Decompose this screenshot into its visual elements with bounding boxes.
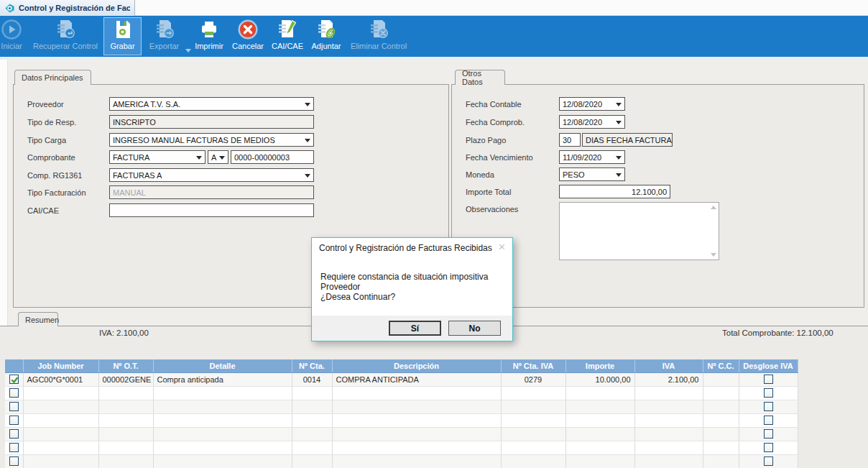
- observaciones-textarea[interactable]: [559, 202, 719, 260]
- chevron-down-icon: [305, 139, 310, 142]
- fecha-contable-select[interactable]: 12/08/2020: [559, 97, 625, 111]
- col-select[interactable]: [5, 359, 23, 372]
- grabar-button[interactable]: Grabar: [103, 17, 142, 55]
- row-checkbox[interactable]: [9, 456, 19, 466]
- cai-cae-label: CAI/CAE: [272, 42, 303, 50]
- document-tabstrip: Control y Registración de Factura...: [0, 0, 868, 16]
- close-icon[interactable]: ✕: [498, 242, 506, 252]
- col-ot[interactable]: Nº O.T.: [98, 359, 153, 372]
- table-row-empty[interactable]: [5, 441, 798, 454]
- chevron-down-icon: [196, 156, 202, 160]
- scroll-up-icon[interactable]: [711, 206, 716, 209]
- scroll-down-icon[interactable]: [711, 253, 716, 257]
- col-desglose-iva[interactable]: Desglose IVA: [739, 359, 798, 372]
- play-circle-icon: [0, 18, 23, 41]
- row-checkbox[interactable]: [9, 416, 19, 425]
- adjuntar-button[interactable]: Adjuntar: [307, 17, 346, 55]
- col-cc[interactable]: Nº C.C.: [703, 359, 739, 372]
- tab-datos-principales[interactable]: Datos Principales: [14, 70, 91, 85]
- col-job-number[interactable]: Job Number: [23, 359, 98, 372]
- table-row-empty[interactable]: [5, 427, 798, 441]
- moneda-select[interactable]: PESO: [559, 168, 625, 181]
- col-detalle[interactable]: Detalle: [153, 359, 292, 372]
- imprimir-button[interactable]: Imprimir: [190, 17, 228, 55]
- tipo-resp-field: INSCRIPTO: [109, 115, 314, 129]
- table-row-empty[interactable]: [5, 400, 798, 413]
- iniciar-button[interactable]: Iniciar: [0, 17, 27, 55]
- cell-detalle: Compra anticipada: [153, 372, 292, 386]
- cai-cae-input[interactable]: [109, 203, 314, 217]
- dialog-title: Control y Registración de Facturas Recib…: [319, 243, 492, 253]
- plazo-pago-tipo-field: DIAS FECHA FACTURA: [582, 133, 673, 147]
- desglose-checkbox[interactable]: [764, 388, 773, 398]
- tab-otros-datos-label: Otros Datos: [462, 69, 498, 86]
- desglose-checkbox[interactable]: [764, 375, 773, 384]
- cancelar-label: Cancelar: [232, 42, 264, 50]
- tipo-resp-value: INSCRIPTO: [113, 118, 156, 127]
- table-header-row: Job Number Nº O.T. Detalle Nº Cta. Descr…: [5, 359, 798, 372]
- dialog-line-3: ¿Desea Continuar?: [320, 292, 488, 302]
- adjuntar-label: Adjuntar: [312, 42, 341, 50]
- iva-total-text: IVA: 2.100,00: [99, 329, 149, 337]
- no-button[interactable]: No: [448, 321, 501, 336]
- fecha-comprob-select[interactable]: 12/08/2020: [559, 115, 625, 129]
- tab-resumen[interactable]: Resumen: [18, 312, 58, 326]
- tipo-carga-select[interactable]: INGRESO MANUAL FACTURAS DE MEDIOS: [109, 133, 314, 147]
- comprobante-letra-select[interactable]: A: [208, 150, 228, 164]
- col-cta[interactable]: Nº Cta.: [292, 359, 332, 372]
- tab-datos-principales-label: Datos Principales: [22, 73, 83, 82]
- exportar-button[interactable]: Exportar: [144, 17, 184, 55]
- desglose-checkbox[interactable]: [764, 416, 773, 425]
- table-row-empty[interactable]: [5, 454, 798, 468]
- cell-ot: 000002GENE: [98, 372, 153, 386]
- col-importe[interactable]: Importe: [565, 359, 634, 372]
- table-row-empty[interactable]: [5, 386, 798, 400]
- recuperar-control-button[interactable]: Recuperar Control: [27, 17, 103, 55]
- comprobante-numero-input[interactable]: 0000-00000003: [231, 150, 314, 164]
- cai-cae-button[interactable]: CAI/CAE: [269, 17, 306, 55]
- document-paperclip-icon: [315, 18, 338, 41]
- plazo-pago-label: Plazo Pago: [466, 136, 506, 144]
- tab-resumen-label: Resumen: [25, 316, 59, 324]
- cell-cc: [703, 372, 739, 386]
- comp-rg1361-value: FACTURAS A: [113, 171, 162, 180]
- yes-button[interactable]: Sí: [389, 321, 441, 336]
- desglose-checkbox[interactable]: [764, 456, 773, 466]
- resumen-table: Job Number Nº O.T. Detalle Nº Cta. Descr…: [5, 359, 798, 468]
- comprobante-tipo-select[interactable]: FACTURA: [109, 150, 206, 164]
- col-descripcion[interactable]: Descripción: [332, 359, 501, 372]
- cell-importe: 10.000,00: [565, 372, 634, 386]
- chevron-down-icon: [616, 173, 622, 177]
- row-checkbox[interactable]: [9, 429, 19, 439]
- dialog-line-2: Proveedor: [320, 282, 488, 292]
- eliminar-control-button[interactable]: Eliminar Control: [348, 17, 409, 55]
- desglose-checkbox[interactable]: [764, 402, 773, 411]
- imprimir-label: Imprimir: [195, 42, 223, 50]
- tab-otros-datos[interactable]: Otros Datos: [455, 70, 505, 85]
- comprobante-label: Comprobante: [27, 153, 75, 162]
- col-iva[interactable]: IVA: [634, 359, 703, 372]
- row-checkbox[interactable]: [9, 388, 19, 398]
- proveedor-select[interactable]: AMERICA T.V. S.A.: [109, 97, 314, 111]
- desglose-checkbox[interactable]: [764, 443, 773, 452]
- desglose-checkbox[interactable]: [764, 429, 773, 439]
- fecha-vencimiento-select[interactable]: 11/09/2020: [559, 150, 625, 164]
- window-tab-title: Control y Registración de Factura...: [19, 4, 130, 12]
- fecha-contable-value: 12/08/2020: [563, 100, 602, 109]
- row-checkbox-checked[interactable]: [9, 375, 19, 384]
- cancelar-button[interactable]: Cancelar: [229, 17, 267, 55]
- table-row[interactable]: AGC00*G*0001 000002GENE Compra anticipad…: [5, 372, 798, 386]
- plazo-pago-input[interactable]: 30: [559, 133, 581, 147]
- chevron-down-icon: [305, 174, 310, 178]
- importe-total-input[interactable]: 12.100,00: [559, 185, 670, 198]
- window-tab[interactable]: Control y Registración de Factura...: [0, 0, 135, 16]
- table-row-empty[interactable]: [5, 413, 798, 427]
- row-checkbox[interactable]: [9, 443, 19, 452]
- row-checkbox[interactable]: [9, 402, 19, 411]
- app-icon: [4, 3, 15, 14]
- col-cta-iva[interactable]: Nº Cta. IVA: [501, 359, 565, 372]
- comp-rg1361-select[interactable]: FACTURAS A: [109, 168, 314, 182]
- fecha-comprob-value: 12/08/2020: [563, 118, 602, 127]
- grabar-label: Grabar: [110, 42, 134, 50]
- tipo-facturacion-value: MANUAL: [113, 188, 146, 197]
